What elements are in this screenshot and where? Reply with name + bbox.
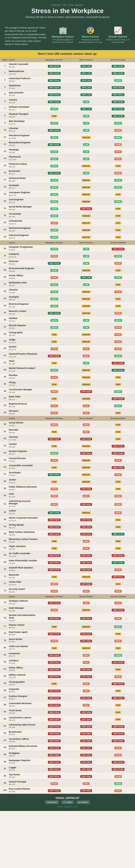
table-row: 4 Statistician$79,990 VERY GOOD VERY LOW… [0,84,135,91]
growth-cell: VERY GOOD [102,91,134,97]
growth-cell: VERY POOR [102,246,134,251]
stress-cell: MEDIUM [70,367,102,372]
stress-cell: MEDIUM [70,607,102,612]
rank-cell: 40 [1,347,9,349]
stress-cell: HIGH [70,702,102,707]
workplace-cell: POOR [38,581,70,586]
facebook-btn[interactable]: f Facebook [45,800,59,804]
stress-cell: VERY HIGH [70,517,102,522]
rank-cell: 87 [1,696,9,699]
table-row: 69 Solar Photovoltaic Installer$37,830 V… [0,559,135,566]
stress-cell: MEDIUM [70,471,102,477]
workplace-cell: GOOD [38,198,70,204]
growth-cell: POOR [102,588,134,593]
rank-cell: 33 [1,297,9,300]
growth-cell: FAIR [102,716,134,721]
rank-cell: 27 [1,254,9,257]
growth-cell: GOOD [102,120,134,125]
stress-cell: MEDIUM [70,310,102,315]
rank-cell: 57 [1,473,9,475]
stress-icon: 😰 [78,26,103,34]
growth-cell: VERY POOR [102,766,134,771]
rank-cell: 50 [1,423,9,425]
workplace-cell: FAIR [38,113,70,118]
workplace-cell: VERY GOOD [38,170,70,175]
stress-cell: MEDIUM [70,331,102,337]
career-name-cell: Recruiter$52,690 [9,429,38,434]
growth-cell: POOR [102,752,134,757]
stress-cell: MEDIUM [70,338,102,344]
rank-cell: 2 [1,71,9,74]
rank-cell: 8 [1,114,9,117]
rank-cell: 7 [1,107,9,110]
growth-cell: POOR [102,509,134,515]
stress-cell: VERY LOW [70,274,102,280]
growth-cell: GOOD [102,253,134,258]
rank-cell: 49 [1,411,9,413]
stress-cell: VERY HIGH [70,787,102,793]
career-name-cell: Aerospace Engineer$103,720 [9,191,38,196]
stress-cell: VERY HIGH [70,552,102,558]
growth-cell: FAIR [102,220,134,225]
workplace-cell: VERY POOR [38,787,70,793]
growth-cell: FAIR [102,478,134,484]
table-row: 53 Cashier$20,180 FAIR MEDIUM VERY POOR [0,442,135,449]
table-row: 18 Geologist$89,700 GOOD MEDIUM GOOD [0,183,135,190]
rank-cell: 72 [1,582,9,585]
workplace-cell: GOOD [38,106,70,111]
stress-cell: VERY LOW [70,63,102,68]
table-row: 7 Software Developer$93,350 GOOD VERY LO… [0,105,135,112]
career-name-cell: Real Estate Agent$44,090 [9,631,38,636]
rank-cell: 11 [1,136,9,138]
rank-cell: 36 [1,318,9,321]
career-name-cell: Paralegal$49,500 [9,149,38,154]
career-name-cell: Software Developer$93,350 [9,106,38,111]
factor-stress: 😰 Stress Factors Physical and mental dem… [78,26,103,44]
twitter-btn[interactable]: 🐦 Twitter [61,800,74,804]
career-name-cell: Cashier$20,180 [9,443,38,448]
career-name-cell: Geologist$89,700 [9,184,38,189]
table-row: 3 University Professor$68,970 VERY GOOD … [0,76,135,84]
career-name-cell: Wind Turbine Technician$48,800 [9,531,38,536]
table-row: 36 Dietitian$57,910 GOOD LOW GOOD [0,316,135,323]
stress-cell: VERY LOW [70,70,102,75]
workplace-cell: VERY POOR [38,766,70,771]
growth-cell: GOOD [102,388,134,394]
factor-stress-desc: Physical and mental demands placed on th… [78,39,103,44]
table-row: 67 Flight Attendant$46,750 FAIR HIGH FAI… [0,544,135,552]
table-header: Rank Career Workplace Factors Stress Fac… [0,58,135,62]
stress-cell: MEDIUM [70,464,102,470]
rank-cell: 46 [1,390,9,392]
growth-cell: FAIR [102,381,134,386]
table-row: 11 Petroleum Engineer$130,050 GOOD MEDIU… [0,133,135,141]
table-row: 38 Cartographer$61,880 FAIR MEDIUM POOR [0,331,135,338]
growth-cell: POOR [102,471,134,477]
workplace-cell: VERY POOR [38,773,70,779]
stress-cell: LOW [70,149,102,154]
table-row: 82 Architect$75,240 VERY POOR HIGH VERY … [0,658,135,665]
rank-cell: 16 [1,171,9,174]
rank-cell: 34 [1,304,9,307]
rank-cell: 92 [1,732,9,734]
stress-cell: MEDIUM [70,234,102,239]
career-name-cell: Parole Officer$49,060 [9,274,38,280]
growth-cell: VERY GOOD [102,63,134,68]
workplace-cell: VERY POOR [38,659,70,664]
table-row: 32 Chemist$73,480 GOOD MEDIUM POOR [0,288,135,295]
career-name-cell: Automobile Assembler$37,180 [9,464,38,470]
rank-cell: 51 [1,430,9,433]
career-name-cell: Nuclear Decontamination Tech.$42,850 [9,614,38,622]
career-name-cell: Biomedical Engineer$86,950 [9,141,38,147]
table-row: 6 Actuary$93,680 VERY GOOD LOW VERY GOOD [0,98,135,105]
career-name-cell: School Principal$90,410 [9,780,38,786]
stress-cell: LOW [70,141,102,147]
rank-cell: 12 [1,143,9,145]
stress-cell: LOW [70,260,102,266]
stress-cell: VERY LOW [70,106,102,111]
rank-cell: 100 [1,789,9,791]
growth-cell: GOOD [102,274,134,280]
linkedin-btn[interactable]: in LinkedIn [76,800,90,804]
growth-cell: GOOD [102,403,134,408]
table-row: 86 Carpenter$42,090 VERY POOR HIGH FAIR [0,687,135,694]
career-name-cell: Sociologist$76,330 [9,471,38,477]
